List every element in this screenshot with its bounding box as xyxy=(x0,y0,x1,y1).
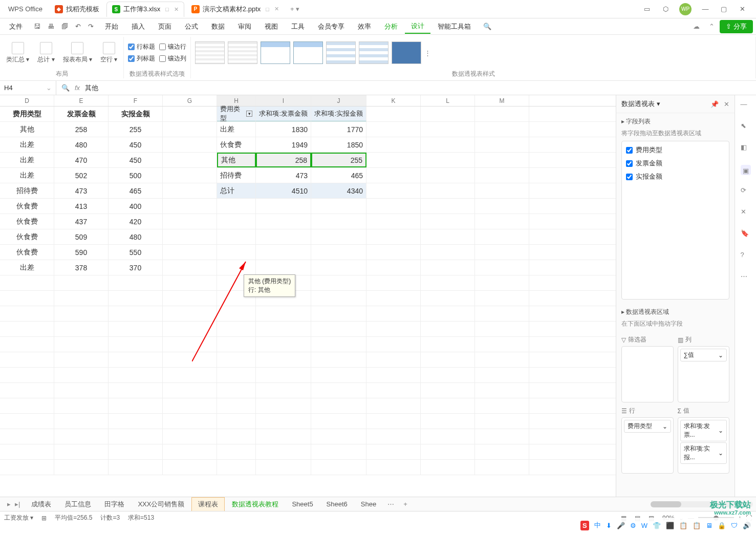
cell[interactable] xyxy=(311,214,366,229)
field-list[interactable]: 费用类型 发票金额 实报金额 xyxy=(621,141,729,300)
col-header-M[interactable]: M xyxy=(475,95,529,106)
cell[interactable] xyxy=(163,368,217,382)
chevron-down-icon[interactable]: ⌄ xyxy=(662,423,667,430)
cell[interactable] xyxy=(217,368,256,382)
tray-icon[interactable]: 📋 xyxy=(693,522,701,529)
cell[interactable] xyxy=(0,368,54,382)
add-sheet-icon[interactable]: + xyxy=(399,500,412,508)
report-layout-button[interactable]: 报表布局 ▾ xyxy=(61,41,94,65)
cell[interactable]: 伙食费 xyxy=(217,137,256,152)
cell[interactable] xyxy=(475,444,529,459)
cell[interactable] xyxy=(163,383,217,398)
cell[interactable] xyxy=(366,245,421,260)
cell[interactable]: 伙食费 xyxy=(0,245,54,260)
cloud-icon[interactable]: ☁ xyxy=(689,23,704,30)
cell[interactable] xyxy=(109,383,163,398)
menu-start[interactable]: 开始 xyxy=(99,20,124,33)
cell[interactable] xyxy=(256,337,311,352)
cell[interactable] xyxy=(256,368,311,382)
menu-insert[interactable]: 插入 xyxy=(125,20,151,33)
cell[interactable] xyxy=(54,398,109,413)
cell[interactable]: 480 xyxy=(109,229,163,244)
cell[interactable] xyxy=(311,229,366,244)
pivot-style-5[interactable] xyxy=(326,41,356,64)
cell[interactable] xyxy=(366,183,421,198)
tray-icon[interactable]: 👕 xyxy=(653,522,661,529)
minimize-button[interactable]: — xyxy=(701,5,710,14)
pivot-style-4[interactable] xyxy=(293,41,323,64)
cell[interactable] xyxy=(163,168,217,183)
cell[interactable] xyxy=(475,460,529,475)
maximize-button[interactable]: ▢ xyxy=(719,5,728,14)
check-col-band[interactable]: 镶边列 xyxy=(159,54,186,63)
check-row-header[interactable]: 行标题 xyxy=(128,42,155,51)
cell[interactable]: 总计 xyxy=(217,183,256,198)
subtotal-button[interactable]: 类汇总 ▾ xyxy=(4,41,31,65)
cell[interactable]: 437 xyxy=(54,214,109,229)
cell[interactable] xyxy=(366,414,421,429)
cell[interactable] xyxy=(109,444,163,459)
sidebar-toggle-icon[interactable]: ▣ xyxy=(741,165,751,175)
cell[interactable]: 4510 xyxy=(256,183,311,198)
cell[interactable] xyxy=(256,352,311,367)
cell[interactable] xyxy=(163,414,217,429)
col-header-F[interactable]: F xyxy=(109,95,163,106)
cell[interactable] xyxy=(163,199,217,214)
cell[interactable] xyxy=(54,429,109,444)
cell[interactable] xyxy=(0,429,54,444)
menu-vip[interactable]: 会员专享 xyxy=(312,20,351,33)
cell[interactable]: 招待费 xyxy=(0,183,54,198)
cell[interactable] xyxy=(163,260,217,275)
cell[interactable] xyxy=(311,275,366,290)
cell[interactable] xyxy=(421,352,475,367)
cell[interactable]: 413 xyxy=(54,199,109,214)
cell[interactable]: 求和项:实报金额 xyxy=(311,106,366,121)
cell[interactable] xyxy=(109,414,163,429)
tab-workbook[interactable]: S 工作簿3.xlsx □ ✕ xyxy=(106,2,184,17)
cell[interactable]: 其他 xyxy=(217,153,256,167)
collapse-ribbon-icon[interactable]: ⌃ xyxy=(705,23,719,30)
cell[interactable]: 400 xyxy=(109,199,163,214)
cell[interactable] xyxy=(421,460,475,475)
sheet-tab-active[interactable]: 课程表 xyxy=(191,497,225,511)
cell[interactable] xyxy=(475,245,529,260)
cell[interactable]: 1770 xyxy=(311,122,366,137)
pivot-style-1[interactable] xyxy=(195,41,225,64)
cell[interactable] xyxy=(163,229,217,244)
cell[interactable] xyxy=(217,245,256,260)
cell[interactable] xyxy=(163,306,217,321)
cell[interactable] xyxy=(475,306,529,321)
cell[interactable] xyxy=(109,429,163,444)
cell[interactable] xyxy=(421,137,475,152)
cell[interactable] xyxy=(256,306,311,321)
sheet-tab[interactable]: Shee xyxy=(355,498,382,510)
cell[interactable]: 480 xyxy=(54,137,109,152)
cell[interactable] xyxy=(421,275,475,290)
cell[interactable] xyxy=(366,137,421,152)
cell[interactable] xyxy=(109,322,163,336)
cell[interactable] xyxy=(163,214,217,229)
close-panel-icon[interactable]: ✕ xyxy=(724,100,729,108)
cell[interactable] xyxy=(0,352,54,367)
field-item[interactable]: 发票金额 xyxy=(624,157,727,170)
cell[interactable] xyxy=(475,383,529,398)
cell[interactable] xyxy=(475,337,529,352)
tray-icon[interactable]: W xyxy=(641,522,647,529)
cell[interactable] xyxy=(311,291,366,306)
cell[interactable] xyxy=(366,398,421,413)
cell[interactable] xyxy=(163,245,217,260)
cell[interactable]: 1949 xyxy=(256,137,311,152)
cell[interactable] xyxy=(311,260,366,275)
cell[interactable] xyxy=(163,460,217,475)
cell[interactable] xyxy=(421,245,475,260)
refresh-icon[interactable]: ⟳ xyxy=(741,186,751,197)
field-item[interactable]: 费用类型 xyxy=(624,143,727,157)
cell[interactable] xyxy=(163,137,217,152)
cell[interactable] xyxy=(311,429,366,444)
cell[interactable] xyxy=(366,275,421,290)
cell[interactable] xyxy=(54,337,109,352)
cell[interactable] xyxy=(475,291,529,306)
cell[interactable] xyxy=(217,444,256,459)
cell[interactable] xyxy=(475,106,529,121)
menu-formula[interactable]: 公式 xyxy=(179,20,204,33)
